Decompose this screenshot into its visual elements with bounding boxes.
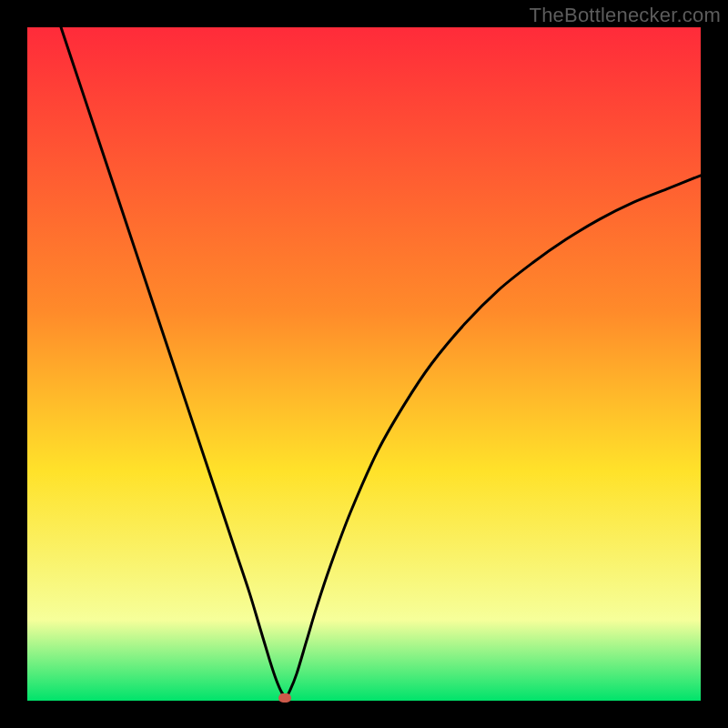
watermark-label: TheBottlenecker.com [530, 4, 721, 27]
plot-area [27, 27, 701, 701]
bottleneck-curve [27, 27, 701, 701]
optimal-point-marker [278, 693, 291, 703]
chart-frame: TheBottlenecker.com [0, 0, 728, 728]
